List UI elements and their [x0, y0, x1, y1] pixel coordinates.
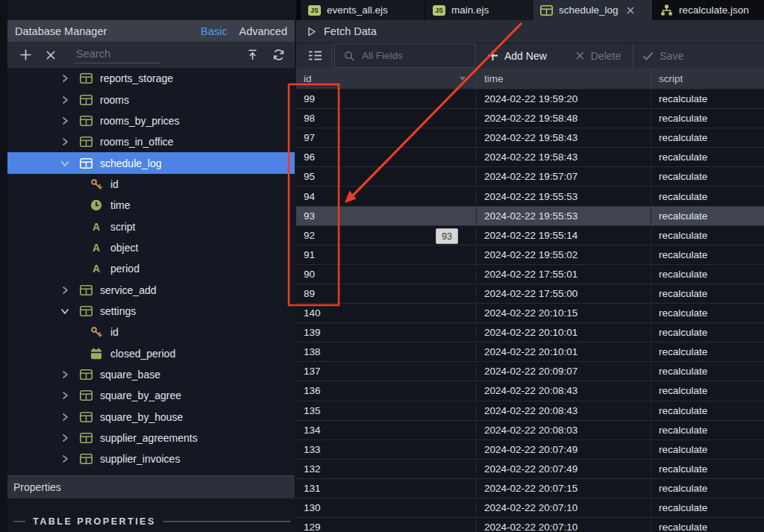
cell-time[interactable]: 2024-02-22 20:07:10: [476, 518, 651, 532]
cell-time[interactable]: 2024-02-22 20:08:43: [476, 381, 651, 400]
cell-script[interactable]: recalculate: [651, 381, 764, 400]
cell-script[interactable]: recalculate: [651, 148, 764, 166]
tree-item-supplier_invoices[interactable]: supplier_invoices: [7, 448, 295, 469]
cell-time[interactable]: 2024-02-22 19:55:02: [476, 245, 651, 264]
cell-time[interactable]: 2024-02-22 17:55:00: [476, 284, 651, 303]
cell-script[interactable]: recalculate: [651, 362, 764, 381]
cell-script[interactable]: recalculate: [651, 440, 764, 459]
cell-time[interactable]: 2024-02-22 20:09:07: [476, 362, 651, 381]
cell-id[interactable]: 131: [296, 479, 476, 498]
table-row[interactable]: 1302024-02-22 20:07:10recalculate: [296, 498, 764, 518]
chevron-right-icon[interactable]: [60, 454, 70, 464]
tree-item-period[interactable]: Aperiod: [7, 258, 295, 279]
column-header-script[interactable]: script: [651, 68, 764, 89]
cell-script[interactable]: recalculate: [651, 518, 764, 532]
tree-item-schedule_log[interactable]: schedule_log: [7, 152, 295, 173]
cell-script[interactable]: recalculate: [651, 323, 764, 342]
table-row[interactable]: 892024-02-22 17:55:00recalculate: [296, 284, 764, 304]
column-header-id[interactable]: id: [296, 68, 476, 89]
all-fields-input[interactable]: [360, 49, 475, 62]
tree-item-rooms[interactable]: rooms: [7, 89, 295, 110]
tree-item-rooms_by_prices[interactable]: rooms_by_prices: [7, 110, 295, 131]
table-row[interactable]: 932024-02-22 19:55:53recalculate: [296, 207, 764, 226]
tree-item-time[interactable]: time: [7, 195, 295, 216]
cell-script[interactable]: recalculate: [651, 342, 764, 361]
column-header-time[interactable]: time: [476, 68, 651, 89]
cell-id[interactable]: 94: [296, 187, 476, 205]
save-button[interactable]: Save: [642, 50, 683, 62]
cell-time[interactable]: 2024-02-22 19:57:07: [476, 167, 651, 186]
cell-id[interactable]: 99: [296, 90, 476, 108]
table-row[interactable]: 1362024-02-22 20:08:43recalculate: [296, 381, 764, 401]
cell-time[interactable]: 2024-02-22 19:55:53: [476, 187, 651, 205]
tree-item-id[interactable]: id: [7, 322, 295, 342]
chevron-right-icon[interactable]: [60, 285, 70, 295]
cell-time[interactable]: 2024-02-22 20:10:01: [476, 323, 651, 342]
cell-id[interactable]: 139: [296, 323, 476, 342]
cell-script[interactable]: recalculate: [651, 401, 764, 420]
cell-id[interactable]: 129: [296, 518, 476, 532]
cell-time[interactable]: 2024-02-22 20:10:15: [476, 304, 651, 322]
delete-button[interactable]: Delete: [575, 50, 621, 62]
tree-item-square_by_agree[interactable]: square_by_agree: [7, 385, 295, 406]
cell-time[interactable]: 2024-02-22 19:55:14: [476, 226, 651, 245]
table-row[interactable]: 962024-02-22 19:58:43recalculate: [296, 148, 764, 167]
tree-item-rooms_in_office[interactable]: rooms_in_office: [7, 131, 295, 152]
tree-item-settings[interactable]: settings: [7, 301, 295, 322]
cell-time[interactable]: 2024-02-22 20:08:03: [476, 421, 651, 439]
cell-id[interactable]: 91: [296, 245, 476, 264]
collapse-all-button[interactable]: [245, 48, 260, 63]
add-new-button[interactable]: Add New: [487, 50, 547, 62]
cell-time[interactable]: 2024-02-22 19:59:20: [476, 90, 651, 108]
tree-item-closed_period[interactable]: closed_period: [7, 342, 295, 363]
properties-panel-header[interactable]: Properties: [7, 475, 295, 498]
cell-time[interactable]: 2024-02-22 20:08:43: [476, 401, 651, 420]
table-row[interactable]: 972024-02-22 19:58:43recalculate: [296, 128, 764, 148]
refresh-button[interactable]: [271, 48, 286, 63]
cell-id[interactable]: 138: [296, 342, 476, 361]
tree-item-object[interactable]: Aobject: [7, 237, 295, 258]
table-row[interactable]: 1352024-02-22 20:08:43recalculate: [296, 401, 764, 421]
table-row[interactable]: 1322024-02-22 20:07:49recalculate: [296, 460, 764, 479]
cell-id[interactable]: 97: [296, 128, 476, 147]
cell-id[interactable]: 135: [296, 401, 476, 420]
cell-id[interactable]: 90: [296, 265, 476, 284]
cell-id[interactable]: 140: [296, 304, 476, 322]
table-row[interactable]: 942024-02-22 19:55:53recalculate: [296, 187, 764, 206]
cell-id[interactable]: 96: [296, 148, 476, 166]
cell-script[interactable]: recalculate: [651, 245, 764, 264]
cell-time[interactable]: 2024-02-22 20:07:15: [476, 479, 651, 498]
cell-time[interactable]: 2024-02-22 19:58:43: [476, 148, 651, 166]
cell-script[interactable]: recalculate: [651, 460, 764, 478]
table-row[interactable]: 1292024-02-22 20:07:10recalculate: [296, 518, 764, 532]
cell-script[interactable]: recalculate: [651, 167, 764, 186]
cell-time[interactable]: 2024-02-22 19:58:48: [476, 109, 651, 128]
close-tab-icon[interactable]: [626, 6, 635, 15]
table-row[interactable]: 1402024-02-22 20:10:15recalculate: [296, 304, 764, 323]
tree-item-id[interactable]: id: [7, 174, 295, 195]
cell-id[interactable]: 137: [296, 362, 476, 381]
cell-id[interactable]: 98: [296, 109, 476, 128]
remove-connection-button[interactable]: [43, 48, 58, 63]
chevron-right-icon[interactable]: [60, 390, 70, 401]
cell-time[interactable]: 2024-02-22 17:55:01: [476, 265, 651, 284]
tree-item-partial[interactable]: [7, 470, 295, 475]
fetch-data-button[interactable]: Fetch Data: [324, 25, 377, 37]
cell-script[interactable]: recalculate: [651, 207, 764, 225]
cell-script[interactable]: recalculate: [651, 479, 764, 498]
table-row[interactable]: 1312024-02-22 20:07:15recalculate: [296, 479, 764, 498]
cell-time[interactable]: 2024-02-22 20:07:10: [476, 498, 651, 517]
add-connection-button[interactable]: [18, 48, 33, 63]
cell-script[interactable]: recalculate: [651, 421, 764, 439]
cell-id[interactable]: 136: [296, 381, 476, 400]
cell-script[interactable]: recalculate: [651, 304, 764, 322]
table-row[interactable]: 922024-02-22 19:55:14recalculate: [296, 226, 764, 245]
cell-id[interactable]: 130: [296, 498, 476, 517]
tree-item-script[interactable]: Ascript: [7, 216, 295, 237]
chevron-right-icon[interactable]: [60, 73, 70, 84]
mode-basic-link[interactable]: Basic: [201, 25, 227, 37]
tab-schedule_log[interactable]: schedule_log: [533, 0, 652, 20]
tree-item-service_add[interactable]: service_add: [7, 279, 295, 300]
tab-main.ejs[interactable]: JSmain.ejs: [425, 0, 532, 20]
tree-item-square_by_house[interactable]: square_by_house: [7, 407, 295, 428]
